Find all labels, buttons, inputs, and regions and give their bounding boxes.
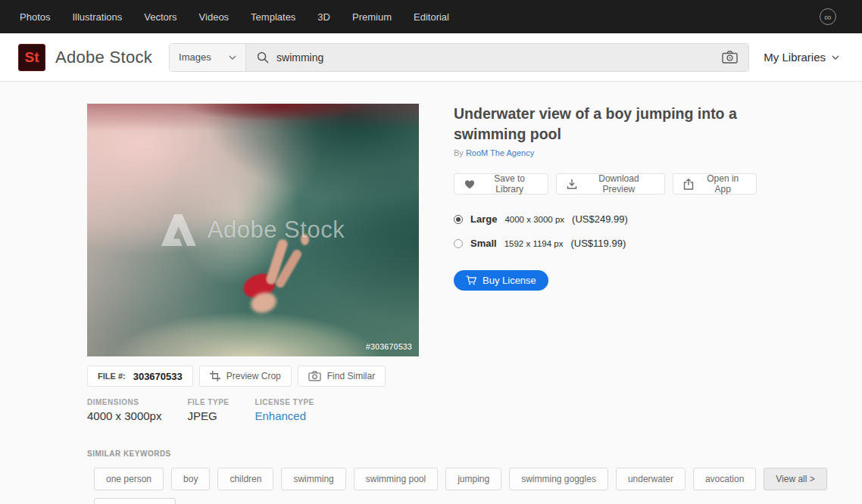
asset-preview-image[interactable]: Adobe Stock #303670533 [87,104,419,356]
license-type-link[interactable]: Enhanced [255,409,314,422]
adobe-a-logo-icon [161,214,196,246]
size-option-dims: 4000 x 3000 px [504,215,564,224]
buy-license-label: Buy License [483,275,536,286]
download-preview-label: Download Preview [583,173,654,194]
view-all-keywords-button[interactable]: View all > [764,468,826,490]
my-libraries-menu[interactable]: My Libraries [764,51,839,64]
download-preview-button[interactable]: Download Preview [556,173,664,194]
dimensions-value: 4000 x 3000px [87,409,161,422]
partial-chip-cutoff[interactable] [94,498,176,504]
keyword-chip-boy[interactable]: boy [171,468,210,490]
adobe-stock-logo[interactable]: St [18,44,45,71]
keyword-chip-one-person[interactable]: one person [94,468,164,490]
asset-byline: By RooM The Agency [454,148,757,157]
size-option-name: Large [470,213,497,225]
find-similar-label: Find Similar [327,371,375,381]
save-to-library-label: Save to Library [481,173,538,194]
nav-item-3d[interactable]: 3D [317,11,330,23]
file-number-button[interactable]: FILE #: 303670533 [87,366,193,387]
filetype-value: JPEG [187,409,229,422]
license-type-info: LICENSE TYPE Enhanced [255,398,314,422]
camera-search-icon[interactable] [722,51,738,64]
similar-keywords-label: SIMILAR KEYWORDS [87,450,862,458]
chevron-down-icon [832,55,839,60]
heart-icon [464,179,475,189]
cart-icon [466,275,476,285]
file-number-label: FILE #: [98,372,126,381]
radio-button-small[interactable] [454,239,463,248]
category-dropdown[interactable]: Images [170,44,246,71]
asset-info-row: DIMENSIONS 4000 x 3000px FILE TYPE JPEG … [87,398,419,422]
watermark-file-id: #303670533 [366,342,412,351]
preview-crop-label: Preview Crop [226,371,281,381]
buy-license-button[interactable]: Buy License [454,270,548,291]
radio-button-large[interactable] [454,215,463,224]
nav-item-vectors[interactable]: Vectors [144,11,176,23]
save-to-library-button[interactable]: Save to Library [454,173,548,194]
dimensions-info: DIMENSIONS 4000 x 3000px [87,398,161,422]
dimensions-label: DIMENSIONS [87,398,161,406]
size-option-price: (US$119.99) [570,238,626,249]
open-in-app-button[interactable]: Open in App [673,173,757,194]
preview-boy-hand [301,234,309,245]
my-libraries-label: My Libraries [764,51,826,64]
filetype-label: FILE TYPE [187,398,229,406]
find-similar-button[interactable]: Find Similar [298,366,386,387]
creative-cloud-icon[interactable]: ∞ [820,8,836,25]
size-option-dims: 1592 x 1194 px [504,239,564,248]
size-option-small[interactable]: Small 1592 x 1194 px (US$119.99) [454,238,757,249]
similar-keywords-section: SIMILAR KEYWORDS one person boy children… [87,450,862,504]
asset-preview-column: Adobe Stock #303670533 FILE #: 303670533… [87,104,419,422]
nav-item-editorial[interactable]: Editorial [414,11,449,23]
author-link[interactable]: RooM The Agency [466,148,534,157]
watermark-text: Adobe Stock [208,216,345,244]
keyword-chip-swimming-pool[interactable]: swimming pool [354,468,438,490]
category-dropdown-value: Images [179,51,211,63]
asset-detail-page: Adobe Stock #303670533 FILE #: 303670533… [0,82,862,504]
nav-item-templates[interactable]: Templates [251,11,295,23]
preview-crop-button[interactable]: Preview Crop [199,366,292,387]
keyword-chip-underwater[interactable]: underwater [616,468,686,490]
top-navigation-bar: Photos Illustrations Vectors Videos Temp… [0,0,862,33]
filetype-info: FILE TYPE JPEG [187,398,229,422]
search-bar: Images [169,43,749,72]
keyword-chip-swimming[interactable]: swimming [281,468,345,490]
search-icon [257,51,269,64]
chevron-down-icon [229,55,236,60]
keyword-chip-jumping[interactable]: jumping [445,468,501,490]
license-type-label: LICENSE TYPE [255,398,314,406]
license-size-options: Large 4000 x 3000 px (US$249.99) Small 1… [454,213,757,249]
file-actions-row: FILE #: 303670533 Preview Crop [87,366,419,387]
crop-icon [210,371,220,381]
asset-detail-column: Underwater view of a boy jumping into a … [454,104,757,422]
search-field [246,44,748,71]
search-input[interactable] [276,51,714,64]
size-option-price: (US$249.99) [572,213,628,225]
open-in-app-label: Open in App [700,173,747,194]
byline-prefix: By [454,148,464,157]
size-option-large[interactable]: Large 4000 x 3000 px (US$249.99) [454,213,757,225]
size-option-name: Small [470,238,497,249]
top-nav-items: Photos Illustrations Vectors Videos Temp… [20,11,449,23]
keyword-chip-swimming-goggles[interactable]: swimming goggles [509,468,608,490]
app-header: St Adobe Stock Images My Libraries [0,33,862,82]
file-number-value: 303670533 [133,371,183,382]
download-icon [567,179,577,189]
keyword-chip-children[interactable]: children [217,468,273,490]
keyword-chip-avocation[interactable]: avocation [693,468,756,490]
nav-item-photos[interactable]: Photos [20,11,50,23]
nav-item-videos[interactable]: Videos [199,11,230,23]
camera-icon [308,371,321,381]
open-external-icon [683,179,694,190]
nav-item-illustrations[interactable]: Illustrations [72,11,122,23]
asset-action-buttons: Save to Library Download Preview Open in… [454,173,757,194]
asset-title: Underwater view of a boy jumping into a … [454,104,757,145]
keyword-chips-row: one person boy children swimming swimmin… [94,468,862,490]
brand-wordmark[interactable]: Adobe Stock [55,48,152,67]
adobe-stock-watermark: Adobe Stock [161,214,345,246]
nav-item-premium[interactable]: Premium [352,11,392,23]
